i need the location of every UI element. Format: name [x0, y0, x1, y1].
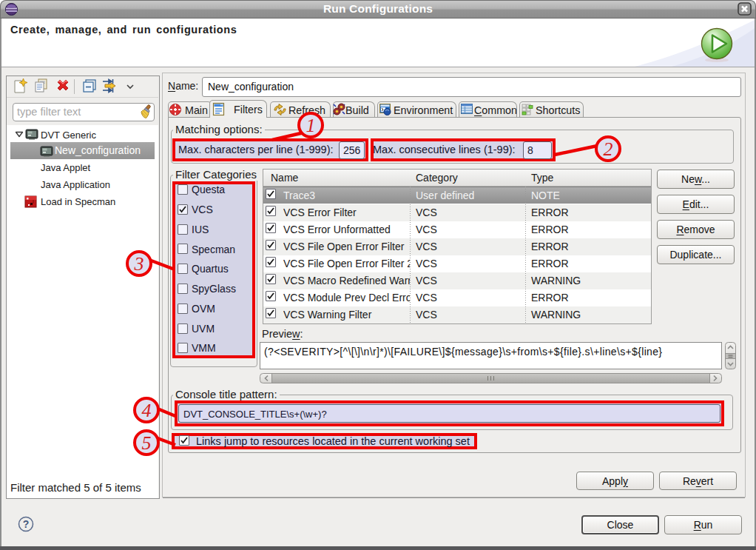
svg-text:3: 3	[134, 253, 144, 275]
svg-text:1: 1	[306, 115, 316, 136]
svg-text:2: 2	[604, 138, 613, 160]
svg-text:5: 5	[142, 432, 152, 454]
svg-text:4: 4	[142, 400, 152, 421]
